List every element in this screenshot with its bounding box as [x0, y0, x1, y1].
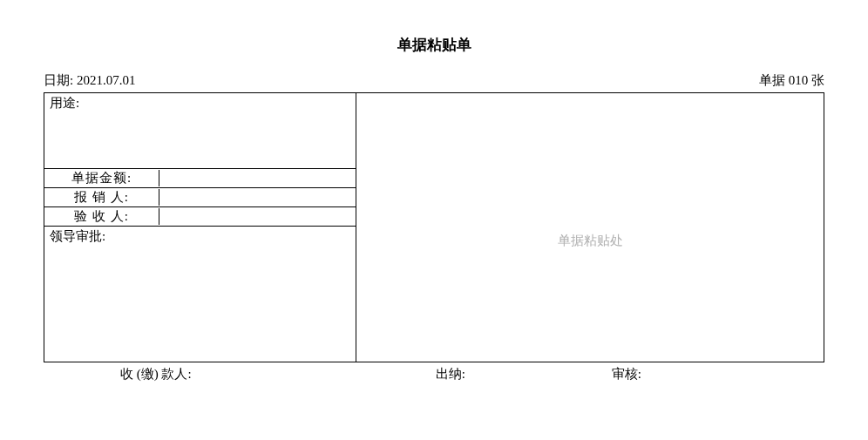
header-row: 日期: 2021.07.01 单据 010 张 — [0, 72, 868, 92]
right-panel: 单据粘贴处 — [356, 93, 824, 362]
left-panel: 用途: 单据金额: 报 销 人: 验 收 人: 领导审批: — [44, 93, 356, 362]
approval-label: 领导审批: — [50, 229, 105, 243]
amount-label: 单据金额: — [44, 170, 159, 186]
main-box: 用途: 单据金额: 报 销 人: 验 收 人: 领导审批: 单据粘贴处 — [44, 92, 824, 362]
purpose-section: 用途: — [44, 93, 356, 168]
date-value: 2021.07.01 — [77, 73, 136, 87]
applicant-label: 报 销 人: — [44, 189, 159, 206]
count-label: 单据 — [759, 73, 785, 87]
count-value: 010 — [789, 73, 809, 87]
amount-row: 单据金额: — [44, 169, 356, 188]
approval-section: 领导审批: — [44, 227, 356, 362]
date-label: 日期: — [44, 73, 73, 87]
date-field: 日期: 2021.07.01 — [44, 72, 135, 89]
count-field: 单据 010 张 — [759, 72, 824, 89]
form-title: 单据粘贴单 — [0, 0, 868, 72]
applicant-row: 报 销 人: — [44, 188, 356, 207]
acceptor-row: 验 收 人: — [44, 207, 356, 227]
auditor-label: 审核: — [612, 366, 641, 382]
purpose-label: 用途: — [50, 96, 79, 110]
acceptor-label: 验 收 人: — [44, 208, 159, 225]
mini-table: 单据金额: 报 销 人: 验 收 人: — [44, 168, 356, 227]
count-unit: 张 — [811, 73, 824, 87]
footer-row: 收 (缴) 款人: 出纳: 审核: — [0, 362, 868, 382]
payee-label: 收 (缴) 款人: — [120, 366, 192, 382]
cashier-label: 出纳: — [436, 366, 465, 382]
paste-hint: 单据粘贴处 — [558, 233, 623, 249]
